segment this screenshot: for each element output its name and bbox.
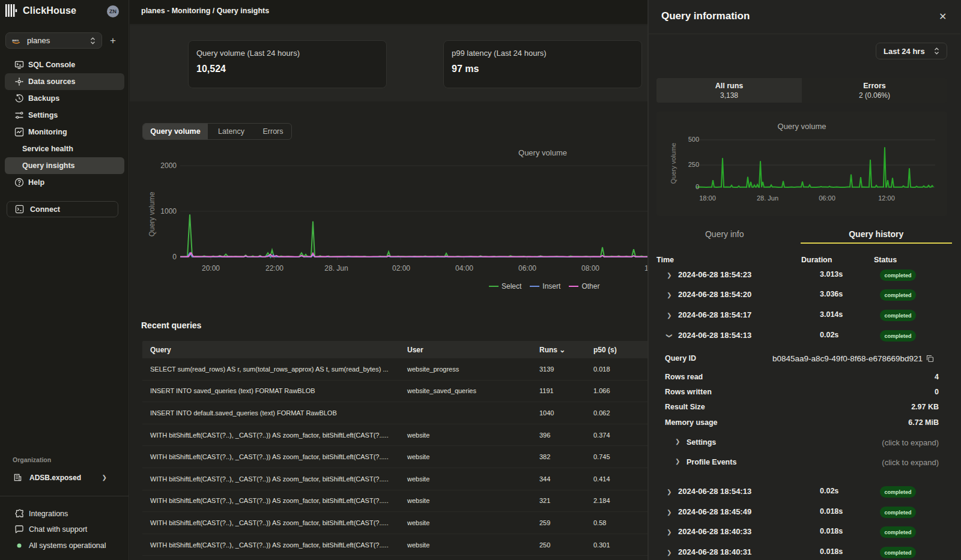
svg-text:aws: aws (12, 38, 19, 42)
